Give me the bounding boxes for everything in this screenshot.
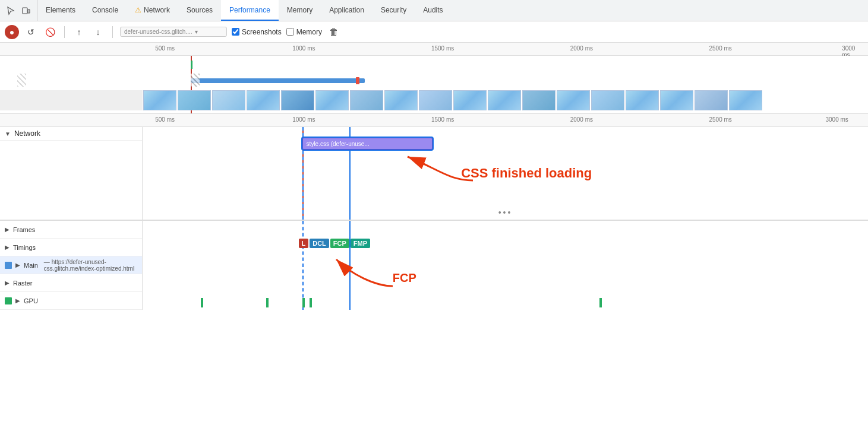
tick-1500: 1500 ms [431, 45, 454, 52]
timing-badges-row: L DCL FCP FMP [299, 239, 371, 248]
fcp-arrow-svg [327, 250, 399, 298]
expand-dots[interactable]: ••• [498, 208, 513, 217]
tab-memory-label: Memory [287, 6, 313, 14]
memory-checkbox-label[interactable]: Memory [286, 28, 322, 36]
tick-1000: 1000 ms [292, 45, 315, 52]
download-button[interactable]: ↓ [91, 25, 105, 39]
css-network-bar[interactable]: style.css (defer-unuse... [302, 138, 433, 150]
badge-fmp[interactable]: FMP [351, 239, 370, 248]
tab-performance[interactable]: Performance [221, 0, 279, 21]
tab-sources[interactable]: Sources [178, 0, 221, 21]
raster-triangle: ▶ [5, 280, 10, 286]
reload-record-button[interactable]: ↺ [24, 25, 38, 39]
delete-button[interactable]: 🗑 [327, 25, 341, 39]
tab-application[interactable]: Application [321, 0, 373, 21]
lower-tick-3000ms: 3000 ms [825, 116, 848, 123]
svg-rect-0 [23, 8, 27, 14]
screenshot-9 [453, 90, 487, 110]
overview-content [0, 56, 868, 114]
loading-hatch-1 [17, 74, 26, 87]
cursor-icon[interactable] [5, 5, 17, 17]
tick-500: 500 ms [155, 45, 175, 52]
network-triangle: ▼ [5, 131, 11, 137]
timings-row[interactable]: ▶ Timings [0, 239, 142, 256]
screenshots-checkbox[interactable] [232, 28, 239, 36]
tick-2000: 2000 ms [570, 45, 593, 52]
gpu-icon [5, 297, 12, 304]
screenshot-5 [315, 90, 349, 110]
separator-2 [112, 26, 113, 38]
clear-button[interactable]: 🚫 [43, 25, 57, 39]
tab-security[interactable]: Security [373, 0, 415, 21]
warning-icon: ⚠ [135, 6, 141, 14]
record-button[interactable]: ● [5, 25, 19, 39]
main-row[interactable]: ▶ Main — https://defer-unused-css.glitch… [0, 256, 142, 274]
lower-timeline: 500 ms 1000 ms 1500 ms 2000 ms 2500 ms 3… [0, 114, 868, 221]
gpu-bar-5 [599, 298, 602, 307]
url-text: defer-unused-css.glitch.... [124, 28, 192, 35]
screenshots-checkbox-label[interactable]: Screenshots [232, 28, 282, 36]
svg-rect-1 [28, 9, 30, 13]
gpu-bar-3 [302, 298, 305, 307]
network-bar-dot [356, 77, 359, 84]
lower-content: ▼ Network style.css (defer-unuse... [0, 127, 868, 220]
tab-console-label: Console [92, 6, 118, 14]
tab-elements[interactable]: Elements [37, 0, 84, 21]
tab-audits[interactable]: Audits [415, 0, 451, 21]
tab-memory[interactable]: Memory [279, 0, 321, 21]
tab-bar: Elements Console ⚠ Network Sources Perfo… [0, 0, 868, 21]
screenshot-3 [247, 90, 280, 110]
tab-console[interactable]: Console [84, 0, 127, 21]
timeline-overview[interactable]: 500 ms 1000 ms 1500 ms 2000 ms 2500 ms 3… [0, 43, 868, 114]
lower-tick-1000: 1000 ms [292, 116, 315, 123]
tracks-right: L DCL FCP FMP FCP [143, 221, 868, 310]
frames-row[interactable]: ▶ Frames [0, 221, 142, 239]
bottom-panel: 500 ms 1000 ms 1500 ms 2000 ms 2500 ms 3… [0, 114, 868, 310]
tracks-dashed-line [302, 221, 304, 310]
gpu-bar-4 [310, 298, 312, 307]
timings-triangle: ▶ [5, 244, 10, 250]
gpu-label: GPU [24, 297, 38, 304]
tab-security-label: Security [381, 6, 406, 14]
tracks-left: ▶ Frames ▶ Timings ▶ Main — https://defe… [0, 221, 143, 310]
screenshot-8 [419, 90, 452, 110]
main-triangle: ▶ [15, 262, 20, 268]
screenshot-2 [212, 90, 245, 110]
screenshot-7 [384, 90, 418, 110]
raster-row[interactable]: ▶ Raster [0, 274, 142, 292]
frames-label: Frames [13, 226, 35, 233]
tab-audits-label: Audits [423, 6, 443, 14]
network-section-header[interactable]: ▼ Network [0, 127, 142, 141]
screenshot-14 [626, 90, 659, 110]
screenshot-0 [143, 90, 176, 110]
screenshot-17 [729, 90, 762, 110]
screenshot-strip [0, 90, 868, 112]
memory-checkbox[interactable] [286, 28, 294, 36]
performance-toolbar: ● ↺ 🚫 ↑ ↓ defer-unused-css.glitch.... ▾ … [0, 21, 868, 43]
screenshot-16 [695, 90, 728, 110]
screenshot-12 [557, 90, 590, 110]
timings-label: Timings [13, 244, 36, 251]
screenshot-10 [488, 90, 521, 110]
lower-tick-500: 500 ms [155, 116, 175, 123]
upload-button[interactable]: ↑ [72, 25, 86, 39]
gpu-triangle: ▶ [15, 297, 20, 304]
screenshot-15 [660, 90, 693, 110]
lower-tick-2500: 2500 ms [709, 116, 731, 123]
frames-triangle: ▶ [5, 226, 10, 233]
badge-dcl[interactable]: DCL [310, 239, 329, 248]
badge-fcp[interactable]: FCP [330, 239, 349, 248]
lower-tick-1500: 1500 ms [431, 116, 454, 123]
main-label: Main [24, 262, 38, 269]
url-dropdown[interactable]: defer-unused-css.glitch.... ▾ [120, 27, 227, 37]
gpu-row[interactable]: ▶ GPU [0, 292, 142, 310]
tab-network-label: Network [144, 6, 170, 14]
screenshots-label: Screenshots [242, 28, 282, 36]
separator-1 [64, 26, 65, 38]
fps-bar-green [191, 61, 192, 69]
badge-l[interactable]: L [299, 239, 309, 248]
device-icon[interactable] [20, 5, 32, 17]
main-icon [5, 262, 12, 269]
tracks-panel: ▶ Frames ▶ Timings ▶ Main — https://defe… [0, 221, 868, 310]
tab-network[interactable]: ⚠ Network [127, 0, 178, 21]
